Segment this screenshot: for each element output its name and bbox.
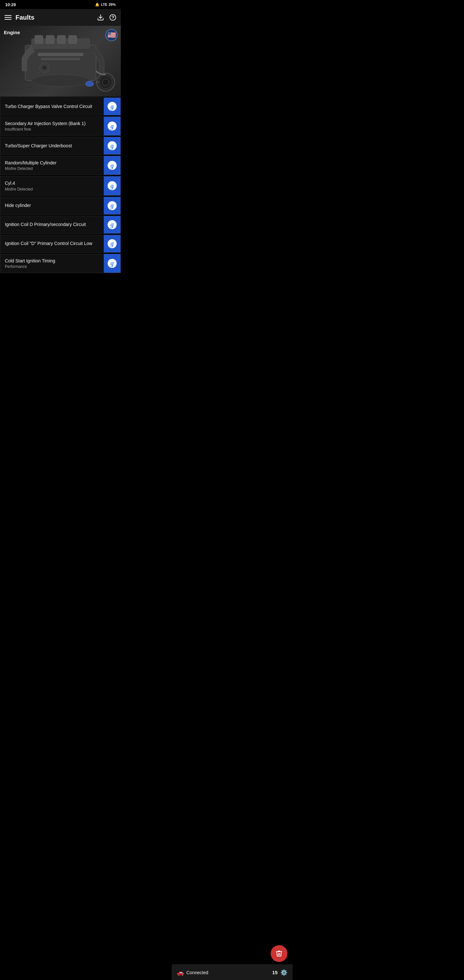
fault-title: Ignition Coil D Primary/secondary Circui… [5, 221, 99, 227]
fault-content: Turbo/Super Charger Underboost [0, 137, 104, 154]
help-button[interactable] [109, 14, 116, 21]
fault-title: Secondary Air Injection System (Bank 1) [5, 121, 99, 126]
google-search-icon: g [108, 239, 117, 248]
download-icon [97, 14, 104, 21]
google-search-icon: g [108, 121, 117, 130]
svg-rect-6 [46, 35, 54, 43]
google-search-icon: g [108, 141, 117, 150]
fault-content: Random/Multiple CylinderMisfire Detected [0, 156, 104, 175]
fault-item[interactable]: Secondary Air Injection System (Bank 1)i… [0, 116, 121, 136]
fault-title: Random/Multiple Cylinder [5, 160, 99, 166]
google-search-icon: g [108, 161, 117, 170]
flag-emoji: 🇺🇸 [107, 31, 116, 39]
engine-banner: Engine 🇺🇸 [0, 26, 121, 97]
fault-item[interactable]: Ignition Coil D Primary/secondary Circui… [0, 216, 121, 234]
engine-illustration [0, 26, 121, 97]
svg-point-9 [32, 75, 90, 86]
fault-item[interactable]: Random/Multiple CylinderMisfire Detected… [0, 156, 121, 175]
alarm-icon: 🔔 [95, 3, 100, 7]
fault-action-button[interactable]: g [104, 137, 121, 154]
fault-content: Turbo Charger Bypass Valve Control Circu… [0, 98, 104, 115]
fault-list: Turbo Charger Bypass Valve Control Circu… [0, 97, 121, 274]
svg-rect-5 [35, 35, 43, 43]
fault-content: Secondary Air Injection System (Bank 1)i… [0, 117, 104, 135]
fault-item[interactable]: Ignition Coil "D" Primary Control Circui… [0, 235, 121, 253]
fault-item[interactable]: Turbo/Super Charger Underboostg [0, 137, 121, 155]
status-time: 10:29 [5, 2, 16, 7]
google-search-icon: g [108, 201, 117, 210]
hamburger-icon [5, 15, 11, 20]
engine-label: Engine [4, 30, 20, 35]
svg-rect-14 [41, 58, 80, 60]
fault-content: Cyl.4Misfire Detected [0, 177, 104, 195]
fault-action-button[interactable]: g [104, 177, 121, 195]
svg-point-12 [102, 79, 109, 86]
fault-item[interactable]: Cyl.4Misfire Detectedg [0, 176, 121, 196]
battery-icon: 29% [109, 3, 116, 6]
fault-action-button[interactable]: g [104, 156, 121, 175]
page-title: Faults [16, 14, 35, 21]
fault-action-button[interactable]: g [104, 197, 121, 215]
fault-item[interactable]: Cold Start Ignition TimingPerformanceg [0, 254, 121, 273]
fault-item[interactable]: Hide cylinderg [0, 197, 121, 215]
fault-action-button[interactable]: g [104, 98, 121, 115]
fault-item[interactable]: Turbo Charger Bypass Valve Control Circu… [0, 97, 121, 115]
fault-action-button[interactable]: g [104, 216, 121, 233]
status-icons: 🔔 LTE 29% [95, 3, 116, 7]
fault-title: Cyl.4 [5, 180, 99, 186]
google-search-icon: g [108, 102, 117, 111]
fault-action-button[interactable]: g [104, 254, 121, 273]
top-bar: Faults [0, 9, 121, 26]
help-icon [109, 14, 116, 21]
svg-point-17 [86, 81, 94, 86]
signal-icon: LTE [101, 3, 107, 6]
fault-subtitle: Misfire Detected [5, 166, 99, 171]
top-bar-left: Faults [5, 14, 35, 21]
top-bar-right [97, 14, 116, 21]
download-button[interactable] [97, 14, 104, 21]
fault-content: Hide cylinder [0, 197, 104, 215]
status-bar: 10:29 🔔 LTE 29% [0, 0, 121, 9]
fault-subtitle: Misfire Detected [5, 187, 99, 191]
fault-title: Cold Start Ignition Timing [5, 258, 99, 264]
fault-title: Turbo/Super Charger Underboost [5, 143, 99, 149]
svg-rect-8 [68, 35, 77, 43]
engine-flag: 🇺🇸 [105, 29, 118, 41]
google-search-icon: g [108, 220, 117, 229]
fault-content: Ignition Coil D Primary/secondary Circui… [0, 216, 104, 233]
google-search-icon: g [108, 181, 117, 190]
fault-title: Turbo Charger Bypass Valve Control Circu… [5, 103, 99, 109]
fault-content: Cold Start Ignition TimingPerformance [0, 254, 104, 273]
fault-subtitle: insufficient flow [5, 127, 99, 132]
fault-content: Ignition Coil "D" Primary Control Circui… [0, 235, 104, 252]
svg-rect-7 [57, 35, 65, 43]
svg-rect-13 [38, 53, 83, 56]
fault-action-button[interactable]: g [104, 235, 121, 252]
engine-svg [6, 29, 115, 94]
fault-title: Hide cylinder [5, 202, 99, 208]
svg-point-16 [42, 65, 47, 70]
fault-title: Ignition Coil "D" Primary Control Circui… [5, 240, 99, 246]
fault-action-button[interactable]: g [104, 117, 121, 135]
google-search-icon: g [108, 259, 117, 268]
hamburger-menu-button[interactable] [5, 15, 11, 20]
fault-subtitle: Performance [5, 264, 99, 269]
